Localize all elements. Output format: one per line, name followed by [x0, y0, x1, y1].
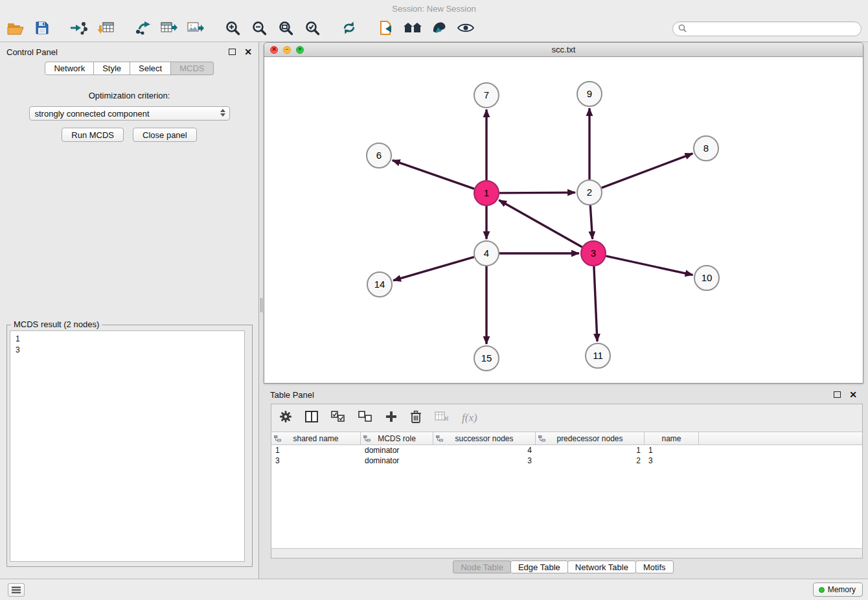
close-panel-button[interactable]: Close panel	[133, 128, 197, 142]
control-panel-tabs: Network Style Select MCDS	[0, 62, 258, 75]
table-cell: 4	[433, 445, 536, 456]
tab-edge-table[interactable]: Edge Table	[510, 560, 568, 573]
graph-node[interactable]: 8	[694, 136, 718, 161]
table-panel-title: Table Panel	[270, 390, 314, 400]
zoom-in-button[interactable]	[222, 19, 243, 39]
tab-select[interactable]: Select	[130, 62, 171, 75]
export-document-button[interactable]	[376, 19, 396, 39]
dropdown-arrows-icon	[220, 109, 225, 117]
memory-status-icon	[819, 587, 825, 593]
import-network-button[interactable]	[69, 19, 89, 39]
zoom-out-button[interactable]	[249, 19, 269, 39]
apply-style-button[interactable]	[429, 19, 450, 39]
float-window-icon[interactable]	[229, 49, 236, 55]
network-window-titlebar[interactable]: scc.txt ✕ − +	[264, 43, 863, 57]
task-history-button[interactable]	[8, 583, 25, 597]
export-network-button[interactable]	[132, 19, 153, 39]
export-table-button[interactable]	[159, 19, 179, 39]
column-tree-icon	[274, 435, 281, 444]
column-header-mcds-role[interactable]: MCDS role	[361, 432, 433, 444]
window-minimize-icon[interactable]: −	[283, 46, 291, 54]
table-row[interactable]: 1dominator411	[271, 445, 862, 456]
window-zoom-icon[interactable]: +	[296, 46, 304, 54]
graph-edge[interactable]	[499, 200, 582, 247]
graph-edge[interactable]	[393, 160, 474, 189]
graph-node[interactable]: 9	[577, 82, 602, 106]
graph-node[interactable]: 14	[367, 272, 392, 297]
graph-edge[interactable]	[499, 192, 575, 193]
graph-node[interactable]: 11	[586, 343, 610, 368]
pane-divider-handle[interactable]	[260, 298, 263, 312]
memory-button[interactable]: Memory	[813, 583, 863, 597]
network-overview-button[interactable]	[402, 19, 423, 39]
search-input[interactable]	[690, 25, 861, 34]
tab-node-table[interactable]: Node Table	[453, 560, 511, 573]
plus-icon	[385, 411, 397, 425]
tab-motifs[interactable]: Motifs	[635, 560, 674, 573]
network-graph[interactable]: 1234678910111415	[264, 57, 863, 383]
column-header-successor-nodes[interactable]: successor nodes	[433, 432, 536, 444]
graph-node-label: 3	[591, 248, 596, 259]
zoom-selected-button[interactable]	[302, 19, 323, 39]
run-mcds-button[interactable]: Run MCDS	[62, 128, 124, 142]
close-table-panel-icon[interactable]: ✕	[849, 390, 857, 399]
float-table-panel-icon[interactable]	[834, 391, 841, 398]
tab-mcds[interactable]: MCDS	[171, 62, 213, 75]
graph-node[interactable]: 10	[694, 266, 719, 290]
mcds-result-line: 1	[16, 334, 239, 345]
column-header-predecessor-nodes[interactable]: predecessor nodes	[536, 432, 645, 444]
column-header-name[interactable]: name	[645, 432, 699, 444]
delete-column-button[interactable]	[410, 408, 422, 428]
application-window: Session: New Session	[0, 0, 868, 600]
graph-node-label: 7	[484, 89, 489, 100]
criterion-dropdown[interactable]: strongly connected component	[29, 106, 230, 121]
graph-node-label: 9	[587, 88, 592, 99]
column-label: name	[661, 434, 681, 443]
table-cell: 1	[536, 445, 645, 456]
show-columns-button[interactable]	[305, 408, 318, 428]
mcds-result-list[interactable]: 13	[10, 330, 245, 562]
graph-node[interactable]: 7	[474, 83, 499, 108]
table-settings-button[interactable]	[279, 408, 292, 428]
network-canvas[interactable]: 1234678910111415	[264, 57, 863, 383]
import-network-icon	[70, 20, 88, 38]
tab-network-table[interactable]: Network Table	[567, 560, 636, 573]
tab-network[interactable]: Network	[45, 62, 94, 75]
table-cell: dominator	[361, 445, 433, 456]
import-table-button[interactable]	[95, 19, 116, 39]
column-header-shared-name[interactable]: shared name	[271, 432, 361, 444]
graph-edge[interactable]	[606, 256, 693, 275]
save-session-button[interactable]	[32, 19, 52, 39]
table-row[interactable]: 3dominator323	[271, 456, 862, 466]
close-panel-icon[interactable]: ✕	[244, 47, 252, 56]
show-hide-button[interactable]	[455, 19, 476, 39]
horizontal-scrollbar[interactable]	[271, 548, 862, 558]
select-all-button[interactable]	[331, 408, 345, 428]
deselect-all-button[interactable]	[358, 408, 372, 428]
search-field[interactable]	[672, 21, 862, 36]
zoom-in-icon	[225, 20, 240, 38]
column-tree-icon	[538, 435, 545, 444]
graph-edge[interactable]	[393, 257, 474, 281]
graph-node-label: 11	[593, 350, 603, 361]
open-file-button[interactable]	[5, 19, 26, 39]
graph-edge[interactable]	[594, 266, 597, 341]
graph-node[interactable]: 6	[367, 143, 391, 168]
refresh-view-button[interactable]	[339, 19, 360, 39]
graph-edge[interactable]	[602, 154, 693, 188]
zoom-fit-button[interactable]	[275, 19, 296, 39]
graph-edge[interactable]	[590, 205, 592, 239]
table-cell: 3	[645, 456, 699, 466]
export-image-button[interactable]	[185, 19, 206, 39]
graph-node[interactable]: 1	[474, 181, 499, 205]
graph-node[interactable]: 3	[581, 241, 606, 266]
mcds-result-title: MCDS result (2 nodes)	[11, 319, 102, 329]
window-close-icon[interactable]: ✕	[270, 46, 278, 54]
tab-style[interactable]: Style	[94, 62, 130, 75]
graph-node[interactable]: 15	[474, 346, 499, 371]
control-panel: Control Panel ✕ Network Style Select MCD…	[0, 42, 259, 579]
graph-node[interactable]: 4	[474, 241, 499, 266]
graph-node[interactable]: 2	[577, 180, 602, 205]
memory-label: Memory	[828, 585, 856, 594]
add-column-button[interactable]	[385, 408, 397, 428]
